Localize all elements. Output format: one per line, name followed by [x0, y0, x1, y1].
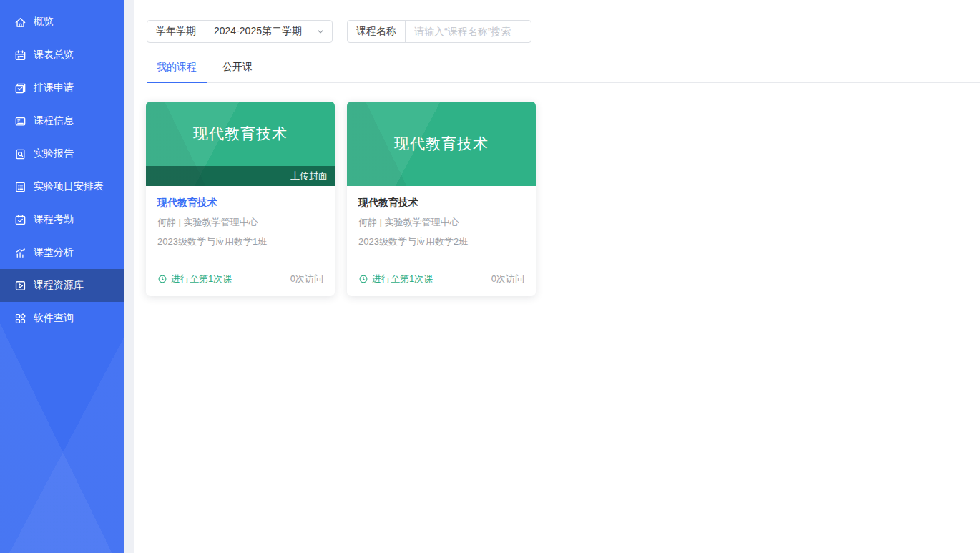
course-card-footer: 进行至第1次课 0次访问 — [157, 273, 323, 296]
attendance-icon — [14, 214, 26, 226]
course-visits: 0次访问 — [290, 273, 323, 285]
calendar-icon — [14, 49, 26, 62]
sidebar-item-1[interactable]: 课表总览 — [0, 39, 124, 72]
course-progress-text: 进行至第1次课 — [372, 273, 433, 285]
tab-my-courses[interactable]: 我的课程 — [147, 61, 207, 82]
sidebar-item-0[interactable]: 概览 — [0, 6, 124, 39]
resource-library-icon — [14, 280, 26, 292]
course-name-link[interactable]: 现代教育技术 — [358, 195, 524, 210]
course-class: 2023级数学与应用数学2班 — [358, 235, 524, 248]
lab-report-icon — [14, 148, 26, 160]
chevron-down-icon — [316, 27, 325, 36]
main-content: 学年学期 2024-2025第二学期 课程名称 我的课程 公开课 现代教育技术 … — [134, 0, 980, 553]
sidebar-item-label: 实验报告 — [34, 147, 74, 160]
sidebar-item-6[interactable]: 课程考勤 — [0, 203, 124, 236]
course-visits: 0次访问 — [491, 273, 524, 285]
course-tabs: 我的课程 公开课 — [147, 61, 980, 83]
semester-select[interactable]: 学年学期 2024-2025第二学期 — [147, 20, 333, 43]
course-progress-text: 进行至第1次课 — [171, 273, 232, 285]
sidebar-item-9[interactable]: 软件查询 — [0, 302, 124, 335]
sidebar-item-label: 排课申请 — [34, 82, 74, 94]
course-cover: 现代教育技术 — [347, 102, 536, 186]
course-progress: 进行至第1次课 — [358, 273, 433, 285]
course-info-icon — [14, 115, 26, 127]
course-search-input[interactable] — [406, 21, 531, 41]
course-card-body: 现代教育技术 何静 | 实验教学管理中心 2023级数学与应用数学1班 进行至第… — [146, 186, 335, 296]
course-name-filter: 课程名称 — [347, 20, 531, 43]
upload-cover-button[interactable]: 上传封面 — [146, 166, 335, 186]
clock-icon — [157, 274, 167, 284]
clock-icon — [358, 274, 368, 284]
analysis-icon — [14, 247, 26, 259]
course-card[interactable]: 现代教育技术 现代教育技术 何静 | 实验教学管理中心 2023级数学与应用数学… — [347, 102, 536, 296]
course-card-list: 现代教育技术 上传封面 现代教育技术 何静 | 实验教学管理中心 2023级数学… — [146, 102, 980, 296]
sidebar-item-label: 概览 — [34, 16, 54, 29]
software-search-icon — [14, 313, 26, 325]
sidebar-item-7[interactable]: 课堂分析 — [0, 236, 124, 269]
sidebar-item-label: 课程考勤 — [34, 213, 74, 226]
course-teacher: 何静 | 实验教学管理中心 — [358, 216, 524, 229]
tab-public-courses[interactable]: 公开课 — [212, 61, 263, 82]
course-cover: 现代教育技术 上传封面 — [146, 102, 335, 186]
layout-gutter — [124, 0, 134, 553]
course-progress: 进行至第1次课 — [157, 273, 232, 285]
sidebar-item-8[interactable]: 课程资源库 — [0, 269, 124, 302]
sidebar: 概览 课表总览 排课申请 课程信息 实验报告 实验项目安排表 课程考勤 课堂分析… — [0, 0, 124, 553]
sidebar-item-label: 课表总览 — [34, 49, 74, 62]
cover-title: 现代教育技术 — [146, 102, 335, 166]
cover-title: 现代教育技术 — [347, 102, 536, 186]
course-card-footer: 进行至第1次课 0次访问 — [358, 273, 524, 296]
course-teacher: 何静 | 实验教学管理中心 — [157, 216, 323, 229]
home-icon — [14, 16, 26, 29]
sidebar-item-label: 课堂分析 — [34, 246, 74, 259]
schedule-request-icon — [14, 82, 26, 94]
course-name-label: 课程名称 — [348, 25, 405, 38]
semester-label: 学年学期 — [147, 25, 205, 38]
sidebar-item-3[interactable]: 课程信息 — [0, 104, 124, 137]
lab-schedule-icon — [14, 181, 26, 193]
filter-bar: 学年学期 2024-2025第二学期 课程名称 — [147, 20, 980, 43]
course-class: 2023级数学与应用数学1班 — [157, 235, 323, 248]
sidebar-item-2[interactable]: 排课申请 — [0, 72, 124, 104]
sidebar-item-4[interactable]: 实验报告 — [0, 137, 124, 170]
semester-value: 2024-2025第二学期 — [205, 25, 316, 38]
sidebar-item-label: 软件查询 — [34, 312, 74, 325]
sidebar-item-5[interactable]: 实验项目安排表 — [0, 170, 124, 203]
course-card-body: 现代教育技术 何静 | 实验教学管理中心 2023级数学与应用数学2班 进行至第… — [347, 186, 536, 296]
course-card[interactable]: 现代教育技术 上传封面 现代教育技术 何静 | 实验教学管理中心 2023级数学… — [146, 102, 335, 296]
sidebar-item-label: 实验项目安排表 — [34, 180, 104, 193]
course-name-link[interactable]: 现代教育技术 — [157, 195, 323, 210]
sidebar-item-label: 课程资源库 — [34, 279, 84, 292]
sidebar-item-label: 课程信息 — [34, 114, 74, 127]
